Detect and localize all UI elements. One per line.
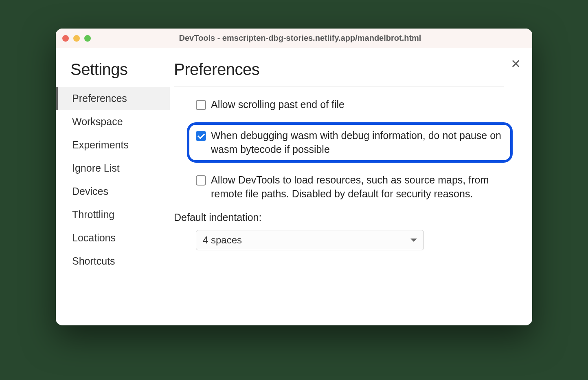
traffic-lights (62, 35, 91, 42)
maximize-window-button[interactable] (84, 35, 91, 42)
sidebar-item-label: Shortcuts (72, 255, 115, 267)
sidebar-item-label: Ignore List (72, 162, 120, 174)
page-title: Preferences (174, 60, 504, 79)
settings-content: ✕ Settings Preferences Workspace Experim… (56, 48, 532, 325)
window-title: DevTools - emscripten-dbg-stories.netlif… (99, 33, 501, 43)
sidebar-item-shortcuts[interactable]: Shortcuts (56, 250, 170, 273)
checkbox-checked-icon[interactable] (196, 131, 206, 141)
preferences-options: Allow scrolling past end of file When de… (174, 98, 504, 201)
checkbox-unchecked-icon[interactable] (196, 175, 206, 186)
settings-sidebar: Settings Preferences Workspace Experimen… (56, 48, 170, 317)
sidebar-title: Settings (70, 60, 170, 79)
chevron-down-icon (410, 239, 417, 242)
sidebar-item-label: Throttling (72, 209, 114, 220)
settings-main: Preferences Allow scrolling past end of … (170, 48, 532, 317)
close-settings-button[interactable]: ✕ (511, 58, 521, 70)
sidebar-item-preferences[interactable]: Preferences (56, 87, 170, 110)
sidebar-item-label: Locations (72, 232, 116, 243)
sidebar-item-label: Experiments (72, 139, 129, 150)
option-label: When debugging wasm with debug informati… (211, 129, 504, 157)
option-label: Allow DevTools to load resources, such a… (211, 173, 504, 201)
option-remote-file-paths[interactable]: Allow DevTools to load resources, such a… (196, 173, 504, 201)
sidebar-item-ignore-list[interactable]: Ignore List (56, 157, 170, 180)
option-label: Allow scrolling past end of file (211, 98, 344, 112)
indentation-select[interactable]: 4 spaces (196, 230, 424, 250)
select-value: 4 spaces (203, 234, 242, 246)
sidebar-item-workspace[interactable]: Workspace (56, 110, 170, 133)
close-window-button[interactable] (62, 35, 69, 42)
sidebar-item-label: Devices (72, 186, 108, 197)
option-wasm-debug-highlighted[interactable]: When debugging wasm with debug informati… (187, 122, 513, 163)
sidebar-item-label: Workspace (72, 116, 123, 127)
sidebar-item-throttling[interactable]: Throttling (56, 203, 170, 226)
checkbox-unchecked-icon[interactable] (196, 100, 206, 110)
sidebar-item-experiments[interactable]: Experiments (56, 133, 170, 157)
divider (174, 86, 504, 86)
devtools-window: DevTools - emscripten-dbg-stories.netlif… (56, 29, 532, 325)
option-allow-scrolling[interactable]: Allow scrolling past end of file (196, 98, 504, 112)
minimize-window-button[interactable] (73, 35, 80, 42)
indentation-label: Default indentation: (174, 212, 504, 223)
sidebar-items: Preferences Workspace Experiments Ignore… (56, 87, 170, 273)
sidebar-item-devices[interactable]: Devices (56, 180, 170, 203)
sidebar-item-label: Preferences (72, 93, 127, 104)
titlebar: DevTools - emscripten-dbg-stories.netlif… (56, 29, 532, 48)
sidebar-item-locations[interactable]: Locations (56, 226, 170, 250)
